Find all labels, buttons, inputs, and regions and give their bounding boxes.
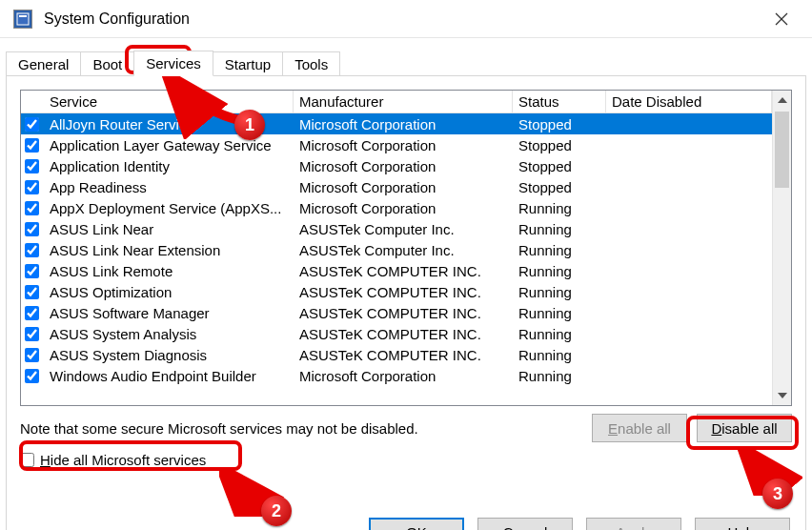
svg-rect-0 [17,13,29,25]
row-checkbox[interactable] [25,180,39,194]
cell-manufacturer: Microsoft Corporation [294,179,513,195]
row-checkbox[interactable] [25,264,39,278]
tab-general[interactable]: General [6,51,81,76]
cell-manufacturer: ASUSTeK COMPUTER INC. [294,347,513,363]
cell-manufacturer: ASUSTeK COMPUTER INC. [294,326,513,342]
scroll-down-icon[interactable] [773,386,791,405]
cell-status: Running [513,200,606,216]
cell-manufacturer: ASUSTek Computer Inc. [294,221,513,237]
service-row[interactable]: ASUS System AnalysisASUSTeK COMPUTER INC… [21,323,772,344]
row-checkbox[interactable] [25,369,39,383]
row-checkbox[interactable] [25,222,39,236]
cell-service: App Readiness [44,179,294,195]
service-row[interactable]: AppX Deployment Service (AppXS...Microso… [21,197,772,218]
row-checkbox[interactable] [25,285,39,299]
cell-manufacturer: ASUSTek Computer Inc. [294,242,513,258]
tab-strip: GeneralBootServicesStartupTools [0,38,812,76]
cell-service: ASUS Link Remote [44,263,294,279]
services-list: Service Manufacturer Status Date Disable… [20,90,792,406]
cell-service: Windows Audio Endpoint Builder [44,368,294,384]
row-checkbox[interactable] [25,327,39,341]
cell-service: ASUS Optimization [44,284,294,300]
row-checkbox[interactable] [25,243,39,257]
enable-all-label: nable all [618,420,671,437]
cell-service: AppX Deployment Service (AppXS... [44,200,294,216]
disable-all-button[interactable]: Disable all [697,414,792,442]
cell-service: Application Identity [44,158,294,174]
column-checkbox[interactable] [21,91,44,113]
tab-boot[interactable]: Boot [80,51,134,76]
service-row[interactable]: ASUS Software ManagerASUSTeK COMPUTER IN… [21,302,772,323]
cell-manufacturer: ASUSTeK COMPUTER INC. [294,305,513,321]
row-checkbox[interactable] [25,348,39,362]
cell-manufacturer: Microsoft Corporation [294,116,513,132]
close-button[interactable] [761,0,802,38]
window-title: System Configuration [44,10,761,28]
secure-services-note: Note that some secure Microsoft services… [20,420,418,437]
cell-status: Running [513,326,606,342]
row-checkbox[interactable] [25,117,39,132]
help-button[interactable]: Help [695,518,790,530]
cell-service: ASUS Link Near Extension [44,242,294,258]
cell-manufacturer: ASUSTeK COMPUTER INC. [294,284,513,300]
row-checkbox[interactable] [25,138,39,153]
disable-all-mnemonic: D [711,420,721,437]
cell-manufacturer: Microsoft Corporation [294,158,513,174]
row-checkbox[interactable] [25,201,39,215]
cancel-button[interactable]: Cancel [477,518,573,530]
cell-status: Stopped [513,137,606,153]
scroll-up-icon[interactable] [773,91,791,110]
column-service[interactable]: Service [44,91,294,113]
cell-status: Running [513,305,606,321]
tab-services[interactable]: Services [133,51,213,76]
disable-all-label: isable all [721,420,777,437]
service-row[interactable]: Application IdentityMicrosoft Corporatio… [21,155,772,176]
cell-manufacturer: Microsoft Corporation [294,200,513,216]
service-row[interactable]: ASUS Link Near ExtensionASUSTek Computer… [21,239,772,260]
cell-status: Stopped [513,158,606,174]
service-row[interactable]: ASUS System DiagnosisASUSTeK COMPUTER IN… [21,344,772,365]
cell-service: ASUS Link Near [44,221,294,237]
hide-microsoft-services-label[interactable]: Hide all Microsoft services [40,452,206,468]
cell-status: Stopped [513,179,606,195]
service-row[interactable]: Application Layer Gateway ServiceMicroso… [21,134,772,155]
service-row[interactable]: ASUS OptimizationASUSTeK COMPUTER INC.Ru… [21,281,772,302]
service-row[interactable]: ASUS Link NearASUSTek Computer Inc.Runni… [21,218,772,239]
cell-status: Running [513,242,606,258]
row-checkbox[interactable] [25,159,39,173]
vertical-scrollbar[interactable] [772,91,791,405]
row-checkbox[interactable] [25,306,39,320]
service-row[interactable]: ASUS Link RemoteASUSTeK COMPUTER INC.Run… [21,260,772,281]
ok-button[interactable]: OK [369,518,464,530]
enable-all-mnemonic: E [608,420,618,437]
cell-manufacturer: ASUSTeK COMPUTER INC. [294,263,513,279]
service-row[interactable]: App ReadinessMicrosoft CorporationStoppe… [21,176,772,197]
cell-manufacturer: Microsoft Corporation [294,137,513,153]
svg-rect-1 [19,15,27,17]
tab-startup[interactable]: Startup [213,51,283,76]
column-manufacturer[interactable]: Manufacturer [294,91,513,113]
cell-service: ASUS Software Manager [44,305,294,321]
cell-status: Stopped [513,116,606,132]
hide-microsoft-services-checkbox[interactable] [20,453,34,467]
cell-status: Running [513,221,606,237]
svg-marker-5 [778,393,787,398]
cell-service: ASUS System Diagnosis [44,347,294,363]
column-date-disabled[interactable]: Date Disabled [606,91,772,113]
column-status[interactable]: Status [513,91,606,113]
tab-tools[interactable]: Tools [282,51,340,76]
cell-status: Running [513,284,606,300]
cell-status: Running [513,368,606,384]
close-icon [775,12,788,26]
cell-status: Running [513,263,606,279]
apply-button[interactable]: Apply [586,518,681,530]
enable-all-button[interactable]: Enable all [592,414,687,442]
cell-service: Application Layer Gateway Service [44,137,294,153]
scrollbar-thumb[interactable] [775,112,789,188]
msconfig-app-icon [13,10,32,29]
service-row[interactable]: Windows Audio Endpoint BuilderMicrosoft … [21,365,772,386]
cell-service: AllJoyn Router Service [44,116,294,132]
cell-service: ASUS System Analysis [44,326,294,342]
cell-status: Running [513,347,606,363]
service-row[interactable]: AllJoyn Router ServiceMicrosoft Corporat… [21,113,772,134]
